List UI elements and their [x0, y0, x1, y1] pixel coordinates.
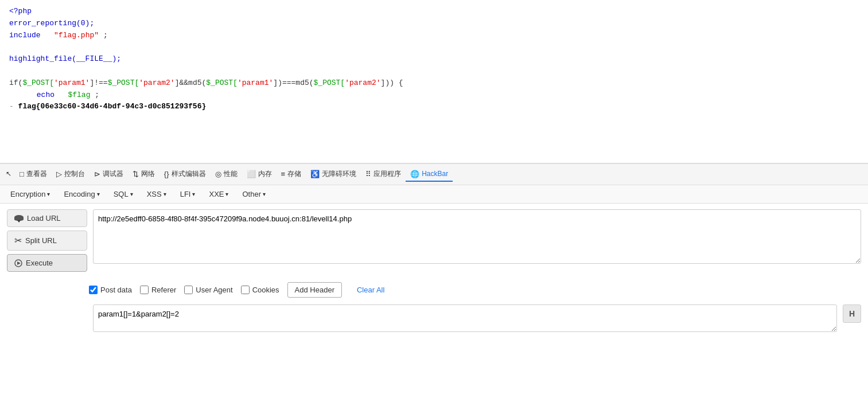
execute-label: Execute	[26, 259, 53, 267]
post-data-label: Post data	[100, 286, 132, 294]
svg-marker-5	[17, 261, 21, 265]
options-row: Post data Referer User Agent Cookies Add…	[0, 278, 868, 302]
xxe-label: XXE	[209, 190, 224, 198]
xxe-menu[interactable]: XXE ▾	[203, 188, 234, 201]
devtools-memory[interactable]: ⬜ 内存	[242, 167, 277, 182]
referer-checkbox[interactable]	[140, 286, 149, 294]
devtools-hackbar[interactable]: 🌐 HackBar	[406, 167, 453, 182]
other-menu[interactable]: Other ▾	[236, 188, 271, 201]
user-agent-label: User Agent	[196, 286, 232, 294]
devtools-application[interactable]: ⠿ 应用程序	[361, 167, 406, 182]
devtools-bar: ↖ □ 查看器 ▷ 控制台 ⊳ 调试器 ⇅ 网络 {} 样式编辑器 ◎ 性能 ⬜…	[0, 163, 868, 185]
cookies-checkbox[interactable]	[241, 286, 250, 294]
post-data-checkbox[interactable]	[89, 286, 98, 294]
performance-icon: ◎	[215, 170, 221, 178]
sql-menu[interactable]: SQL ▾	[108, 188, 139, 201]
postdata-input[interactable]	[93, 304, 837, 332]
url-input[interactable]	[93, 209, 861, 264]
xxe-arrow: ▾	[225, 191, 228, 197]
hackbar-icon: 🌐	[410, 170, 419, 178]
split-url-button[interactable]: ✂ Split URL	[7, 231, 87, 251]
xss-arrow: ▾	[164, 191, 166, 197]
add-header-button[interactable]: Add Header	[287, 282, 342, 298]
inspector-icon: □	[20, 170, 24, 178]
load-url-label: Load URL	[27, 214, 61, 222]
accessibility-icon: ♿	[310, 170, 320, 178]
debugger-icon: ⊳	[94, 170, 100, 178]
clear-all-button[interactable]: Clear All	[350, 283, 391, 297]
lfi-menu[interactable]: LFI ▾	[174, 188, 201, 201]
encryption-menu[interactable]: Encryption ▾	[5, 188, 56, 201]
memory-icon: ⬜	[247, 170, 256, 178]
application-icon: ⠿	[365, 170, 371, 178]
post-data-checkbox-container[interactable]: Post data	[89, 286, 132, 294]
code-include-string: "flag.php"	[54, 31, 99, 40]
devtools-debugger[interactable]: ⊳ 调试器	[89, 167, 128, 182]
cookies-checkbox-container[interactable]: Cookies	[241, 286, 279, 294]
code-include-keyword: include	[9, 31, 41, 40]
sql-label: SQL	[114, 190, 129, 198]
load-url-button[interactable]: Load URL	[7, 209, 87, 227]
postdata-section: H	[0, 302, 868, 337]
code-line-2: error_reporting(0);	[9, 19, 94, 28]
xss-label: XSS	[147, 190, 162, 198]
other-label: Other	[242, 190, 261, 198]
hackbar-main: Load URL ✂ Split URL Execute	[0, 204, 868, 278]
other-arrow: ▾	[263, 191, 266, 197]
encoding-menu[interactable]: Encoding ▾	[58, 188, 105, 201]
storage-icon: ≡	[281, 170, 286, 178]
cookies-label: Cookies	[252, 286, 279, 294]
code-highlight-line: highlight_file(__FILE__);	[9, 54, 121, 63]
execute-icon	[14, 259, 22, 267]
svg-marker-3	[17, 220, 21, 222]
devtools-icon-arrow[interactable]: ↖	[2, 167, 15, 181]
style-editor-icon: {}	[164, 170, 169, 178]
referer-label: Referer	[151, 286, 176, 294]
encoding-label: Encoding	[64, 190, 95, 198]
devtools-console[interactable]: ▷ 控制台	[52, 167, 89, 182]
code-line-1: <?php	[9, 7, 32, 15]
sql-arrow: ▾	[130, 191, 133, 197]
lfi-label: LFI	[180, 190, 191, 198]
scissors-icon: ✂	[14, 235, 22, 246]
encryption-label: Encryption	[10, 190, 45, 198]
hackbar-toolbar: Encryption ▾ Encoding ▾ SQL ▾ XSS ▾ LFI …	[0, 185, 868, 204]
xss-menu[interactable]: XSS ▾	[141, 188, 172, 201]
devtools-accessibility[interactable]: ♿ 无障碍环境	[306, 167, 361, 182]
lfi-arrow: ▾	[192, 191, 195, 197]
execute-button[interactable]: Execute	[7, 254, 87, 272]
devtools-performance[interactable]: ◎ 性能	[211, 167, 242, 182]
code-if-open: if(	[9, 79, 22, 87]
user-agent-checkbox[interactable]	[184, 286, 193, 294]
h-badge[interactable]: H	[843, 304, 861, 323]
user-agent-checkbox-container[interactable]: User Agent	[184, 286, 232, 294]
referer-checkbox-container[interactable]: Referer	[140, 286, 176, 294]
devtools-network[interactable]: ⇅ 网络	[128, 167, 159, 182]
hackbar-left-buttons: Load URL ✂ Split URL Execute	[7, 209, 87, 272]
encryption-arrow: ▾	[47, 191, 50, 197]
load-url-icon	[14, 214, 24, 222]
devtools-style-editor[interactable]: {} 样式编辑器	[159, 167, 211, 182]
devtools-inspector[interactable]: □ 查看器	[15, 167, 52, 182]
code-include-semi: ;	[103, 31, 108, 40]
encoding-arrow: ▾	[97, 191, 100, 197]
code-display: <?php error_reporting(0); include "flag.…	[0, 0, 868, 163]
split-url-label: Split URL	[25, 236, 57, 245]
console-icon: ▷	[56, 170, 62, 178]
devtools-storage[interactable]: ≡ 存储	[277, 167, 306, 182]
network-icon: ⇅	[133, 170, 139, 178]
flag-output: - flag{06e33c60-34d6-4bdf-94c3-d0c851293…	[9, 101, 859, 113]
